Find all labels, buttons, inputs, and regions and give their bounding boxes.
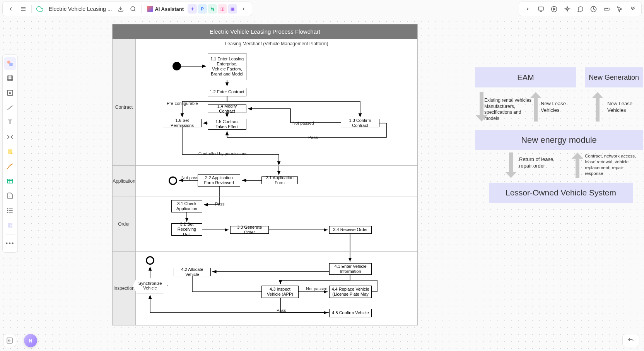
expand-tools-button[interactable] [521, 3, 534, 15]
box-1-2[interactable]: 1.2 Enter Contract [208, 88, 246, 96]
svg-rect-36 [8, 223, 10, 228]
box-4-4[interactable]: 4.4 Replace Vehicle (License Plate May [329, 286, 372, 298]
shuffle-tool[interactable] [4, 130, 16, 144]
box-1-4[interactable]: 1.4 Modify Contract [208, 104, 246, 113]
lane-application-label: Application [113, 166, 136, 197]
document-tool[interactable] [4, 189, 16, 202]
lane-contract: Contract 1.1 Enter Leasing Enterprise, V… [113, 49, 417, 166]
sticky-note-tool[interactable] [4, 145, 16, 158]
list-tool[interactable] [4, 204, 16, 217]
label-preconfig: Pre-configurable [167, 101, 198, 106]
label-notpassed-1: Not passed [292, 121, 314, 125]
connector-tool[interactable] [4, 101, 16, 114]
svg-rect-38 [10, 226, 12, 228]
app-chip-2[interactable]: P [198, 4, 207, 14]
svg-point-35 [7, 212, 8, 213]
svg-rect-23 [7, 90, 13, 96]
svg-point-4 [131, 7, 135, 11]
box-4-1[interactable]: 4.1 Enter Vehicle Information [329, 263, 372, 275]
svg-point-24 [9, 92, 11, 94]
ai-logo-icon [147, 6, 153, 12]
pen-tool[interactable] [4, 160, 16, 173]
box-4-5[interactable]: 4.5 Confirm Vehicle [329, 309, 372, 317]
lane-order: Order Pass 3.1 Check Application 3.2 Set… [113, 197, 417, 252]
right-arrows [473, 87, 644, 184]
search-button[interactable] [127, 3, 139, 15]
cloud-sync-icon[interactable] [34, 3, 46, 15]
undo-button[interactable] [622, 334, 639, 347]
chevron-down-icon[interactable] [627, 3, 639, 15]
svg-rect-6 [538, 7, 543, 10]
text-tool[interactable]: T [4, 116, 16, 129]
box-3-1[interactable]: 3.1 Check Application [171, 200, 202, 212]
menu-button[interactable] [17, 3, 29, 15]
more-tools[interactable]: ••• [4, 237, 16, 250]
download-button[interactable] [115, 3, 126, 15]
right-toolbar [519, 2, 642, 16]
box-2-1[interactable]: 2.1 Application Form [261, 176, 298, 184]
ruler-icon[interactable] [600, 3, 613, 15]
lane-contract-label: Contract [113, 49, 136, 165]
cursor-icon[interactable] [613, 3, 626, 15]
container-tool[interactable] [4, 86, 16, 99]
start-node[interactable] [173, 62, 181, 70]
play-icon[interactable] [548, 3, 560, 15]
label-pass-2: Pass [215, 202, 224, 206]
block-lessor[interactable]: Lessor-Owned Vehicle System [489, 183, 633, 203]
history-icon[interactable] [587, 3, 600, 15]
box-3-2[interactable]: 3.2 Set Receiving Unit [171, 223, 202, 236]
ai-fab-button[interactable]: N [24, 334, 37, 347]
end-node-application[interactable] [169, 176, 177, 185]
svg-point-33 [7, 209, 8, 209]
svg-line-5 [135, 10, 136, 11]
back-button[interactable] [5, 3, 17, 15]
hex-synchronize[interactable]: Synchronize Vehicle [133, 278, 167, 293]
layers-button[interactable] [3, 334, 16, 347]
flowchart-header: Leasing Merchant (Vehicle Management Pla… [113, 39, 417, 49]
box-1-3[interactable]: 1.3 Confirm Contract [341, 119, 379, 127]
sparkle-icon[interactable] [561, 3, 573, 15]
box-4-3[interactable]: 4.3 Inspect Vehicle (APP) [261, 286, 299, 298]
svg-rect-26 [7, 179, 13, 183]
ai-assistant-label: AI Assistant [155, 6, 184, 12]
presentation-icon[interactable] [535, 3, 547, 15]
template-tool[interactable] [4, 219, 16, 232]
lane-inspection: Inspection Synchronize Vehicle 4.2 Alloc… [113, 252, 417, 325]
label-controlled: Controlled by permissions [198, 151, 248, 156]
svg-rect-17 [9, 63, 12, 66]
frame-tool[interactable] [4, 72, 16, 85]
svg-rect-18 [8, 76, 12, 80]
label-pass-3: Pass [277, 308, 286, 313]
app-chip-1[interactable]: ✦ [188, 4, 197, 14]
table-tool[interactable] [4, 175, 16, 188]
svg-rect-37 [10, 223, 12, 225]
box-1-1[interactable]: 1.1 Enter Leasing Enterprise, Vehicle Fa… [208, 53, 246, 80]
app-chip-3[interactable]: ⇆ [208, 4, 217, 14]
lane-order-label: Order [113, 197, 136, 251]
box-2-2[interactable]: 2.2 Application Form Reviewed [198, 174, 240, 187]
ai-assistant-button[interactable]: AI Assistant [144, 3, 187, 15]
box-4-2[interactable]: 4.2 Allocate Vehicle [174, 268, 211, 276]
flowchart[interactable]: Electric Vehicle Leasing Process Flowcha… [112, 24, 418, 325]
label-pass-1: Pass [308, 135, 318, 140]
block-newgen[interactable]: New Generation [585, 67, 643, 87]
end-node-inspection[interactable] [146, 256, 154, 265]
box-3-3[interactable]: 3.3 Generate Order [230, 226, 269, 234]
label-notpassed-3: Not passed [306, 286, 328, 291]
document-title[interactable]: Electric Vehicle Leasing ... [46, 6, 114, 12]
lane-inspection-label: Inspection [113, 252, 136, 325]
collapse-apps-button[interactable] [238, 3, 249, 15]
comment-icon[interactable] [574, 3, 586, 15]
box-1-6[interactable]: 1.6 Set Permissions [163, 119, 202, 127]
left-toolbox: T ••• [2, 54, 18, 253]
svg-point-34 [7, 210, 8, 211]
app-chip-5[interactable]: ▣ [228, 4, 237, 14]
app-chip-4[interactable]: ◫ [218, 4, 227, 14]
box-3-4[interactable]: 3.4 Receive Order [329, 226, 372, 234]
top-toolbar: Electric Vehicle Leasing ... AI Assistan… [2, 2, 252, 16]
column-header: Leasing Merchant (Vehicle Management Pla… [136, 39, 417, 49]
block-eam[interactable]: EAM [475, 67, 576, 87]
shapes-tool[interactable] [4, 57, 16, 70]
flowchart-title: Electric Vehicle Leasing Process Flowcha… [113, 24, 417, 39]
box-1-5[interactable]: 1.5 Contract Takes Effect [208, 119, 246, 130]
